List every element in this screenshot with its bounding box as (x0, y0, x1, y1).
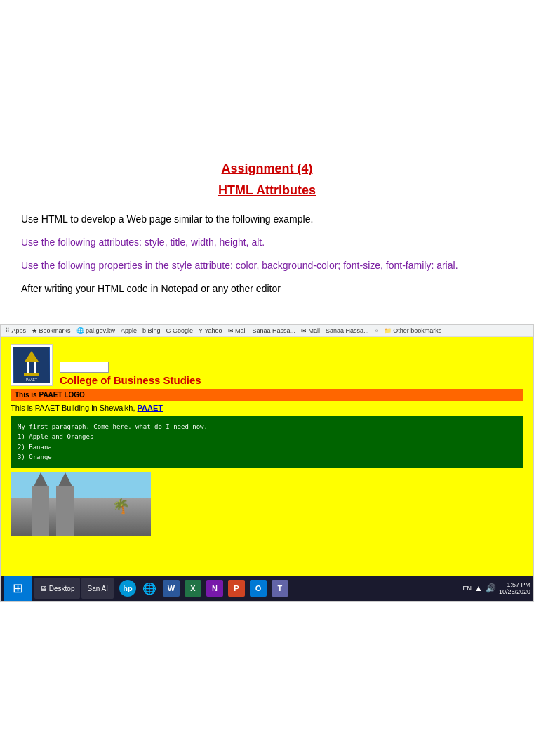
bookmark-apps: ⠿ Apps (5, 327, 26, 334)
bookmark-other: 📁 Other bookmarks (384, 327, 442, 334)
paragraph-2: Use the following attributes: style, tit… (21, 235, 513, 250)
paragraph-3: Use the following properties in the styl… (21, 258, 513, 273)
input-field[interactable] (60, 362, 109, 373)
tower-right (56, 486, 74, 536)
green-line-4: 3) Orange (18, 452, 516, 462)
green-line-2: 1) Apple and Oranges (18, 432, 516, 442)
college-header: PAAET College of Business Studies (11, 344, 523, 386)
taskbar-outlook-icon[interactable]: O (250, 580, 267, 597)
tower-top-left (34, 472, 48, 486)
taskbar-icons: hp 🌐 W X N P O T (118, 580, 290, 597)
building-link[interactable]: PAAET (138, 404, 163, 412)
webpage-content: PAAET College of Business Studies This i… (1, 337, 533, 576)
taskbar-volume-icon: 🔊 (486, 583, 496, 593)
html-attributes-title: HTML Attributes (21, 183, 513, 198)
sanai-label: San AI (87, 585, 107, 592)
svg-rect-4 (24, 373, 39, 376)
paragraph-4: After writing your HTML code in Notepad … (21, 281, 513, 296)
palm-tree: 🌴 (112, 498, 130, 515)
college-title: College of Business Studies (60, 374, 201, 386)
start-button[interactable]: ⊞ (4, 576, 32, 601)
bookmark-paigov: 🌐 pai.gov.kw (76, 327, 115, 334)
green-box: My first paragraph. Come here. what do I… (11, 416, 523, 468)
svg-rect-3 (34, 362, 36, 374)
taskbar-desktop[interactable]: 🖥 Desktop (34, 578, 80, 599)
desktop-label: 🖥 Desktop (40, 585, 74, 592)
page-content: Assignment (4) HTML Attributes Use HTML … (0, 0, 534, 296)
taskbar-right: EN ▲ 🔊 1:57 PM 10/26/2020 (463, 581, 530, 595)
windows-icon: ⊞ (13, 581, 23, 596)
bookmark-yahoo: Y Yahoo (199, 327, 222, 334)
building-text-prefix: This is PAAET Building in Shewaikh, (11, 404, 138, 412)
logo-with-text: College of Business Studies (60, 362, 201, 386)
taskbar-chrome-icon[interactable]: 🌐 (141, 580, 158, 597)
bookmark-apple: Apple (121, 327, 137, 334)
bookmark-separator: » (375, 327, 378, 334)
taskbar-sanai[interactable]: San AI (81, 578, 113, 599)
taskbar-clock: 1:57 PM 10/26/2020 (499, 581, 530, 595)
bookmark-mail2: ✉ Mail - Sanaa Hassa... (301, 327, 369, 334)
building-image: 🌴 (11, 472, 151, 536)
logo-inner: PAAET (13, 347, 50, 383)
bookmark-bing: b Bing (142, 327, 161, 334)
svg-rect-2 (27, 362, 29, 374)
taskbar-network-icon: ▲ (474, 583, 483, 593)
bookmark-google: G Google (166, 327, 193, 334)
paragraph-1: Use HTML to develop a Web page similar t… (21, 212, 513, 227)
green-line-1: My first paragraph. Come here. what do I… (18, 422, 516, 432)
taskbar-onenote-icon[interactable]: N (206, 580, 223, 597)
green-line-3: 2) Banana (18, 442, 516, 452)
svg-text:PAAET: PAAET (26, 378, 37, 382)
taskbar-powerpoint-icon[interactable]: P (228, 580, 245, 597)
taskbar-hp-icon[interactable]: hp (119, 580, 136, 597)
bookmarks-bar: ⠿ Apps ★ Bookmarks 🌐 pai.gov.kw Apple b … (1, 325, 533, 337)
taskbar-time: 1:57 PM (499, 581, 530, 588)
bookmark-bookmarks: ★ Bookmarks (32, 327, 71, 334)
assignment-title: Assignment (4) (21, 161, 513, 176)
taskbar-excel-icon[interactable]: X (185, 580, 201, 597)
building-text: This is PAAET Building in Shewaikh, PAAE… (11, 404, 523, 412)
orange-bar: This is PAAET LOGO (11, 389, 523, 401)
tower-left (32, 486, 49, 536)
browser-screenshot: ⠿ Apps ★ Bookmarks 🌐 pai.gov.kw Apple b … (0, 324, 534, 602)
tower-top-right (58, 472, 72, 486)
logo-placeholder: PAAET (11, 344, 53, 386)
taskbar: ⊞ 🖥 Desktop San AI hp 🌐 W X N P O T EN ▲… (1, 576, 533, 601)
taskbar-language: EN (463, 585, 472, 592)
taskbar-word-icon[interactable]: W (163, 580, 180, 597)
taskbar-teams-icon[interactable]: T (272, 580, 288, 597)
bookmark-mail1: ✉ Mail - Sanaa Hassa... (228, 327, 296, 334)
taskbar-date: 10/26/2020 (499, 588, 530, 595)
